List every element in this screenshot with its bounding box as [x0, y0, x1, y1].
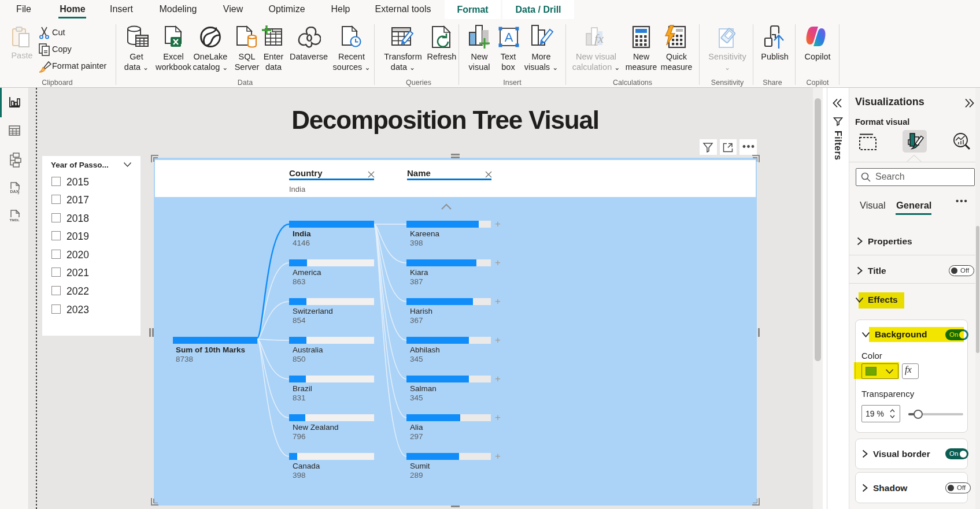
- svg-text:fx: fx: [594, 31, 604, 46]
- svg-text:TMDL: TMDL: [10, 218, 20, 222]
- svg-text:A: A: [505, 30, 513, 44]
- svg-text:DAX: DAX: [10, 190, 19, 194]
